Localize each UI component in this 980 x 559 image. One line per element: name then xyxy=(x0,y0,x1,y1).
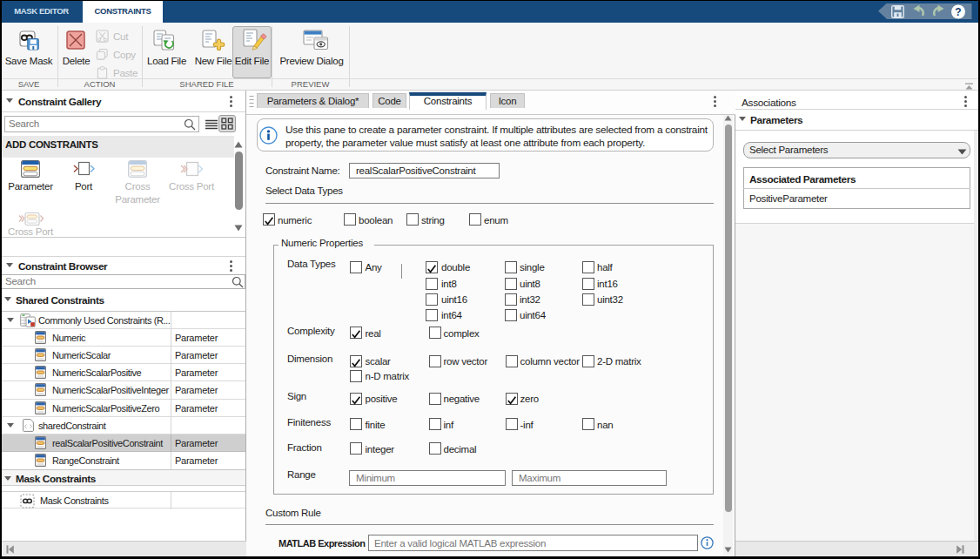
svg-text:?: ? xyxy=(955,6,961,18)
